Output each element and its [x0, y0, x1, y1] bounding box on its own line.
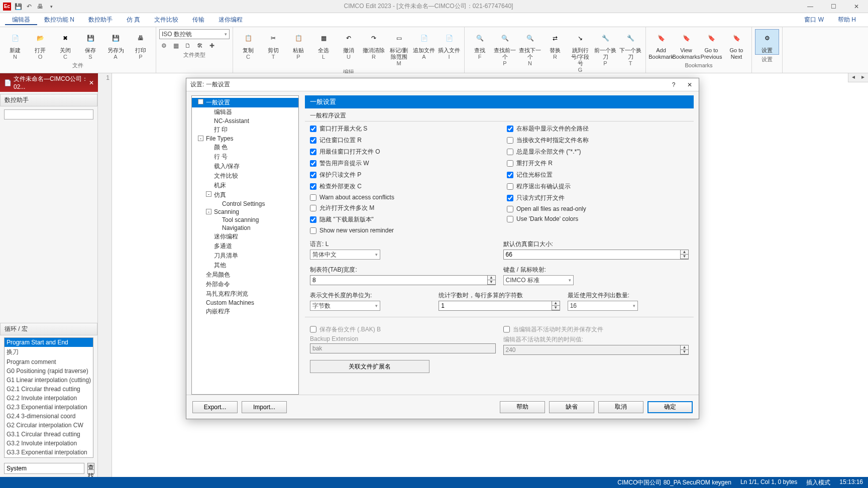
tree-item[interactable]: Navigation	[192, 224, 298, 232]
ribbon-替换[interactable]: ⇄替换R	[543, 29, 567, 74]
tree-item[interactable]: 多通道	[192, 241, 298, 251]
tree-item[interactable]: 刀具清单	[192, 251, 298, 261]
tree-item[interactable]: -File Types	[192, 135, 298, 143]
scroll-right-icon[interactable]: ▸	[858, 73, 869, 82]
more-icon[interactable]: ▾	[47, 3, 55, 11]
tab-input[interactable]	[310, 275, 488, 285]
nc-input[interactable]	[4, 109, 93, 119]
menu-editor[interactable]: 编辑器	[5, 16, 37, 25]
minimize-button[interactable]: —	[799, 0, 822, 13]
list-item[interactable]: G3.2 Involute interpolation	[5, 439, 93, 448]
checkbox[interactable]: 允许打开文件多次 M	[310, 204, 492, 212]
checkbox[interactable]: 总是显示全部文件 ("*.*")	[507, 148, 689, 156]
list-item[interactable]: Program comment	[5, 357, 93, 367]
ribbon-插入文件[interactable]: 📄插入文件I	[437, 29, 461, 67]
ribbon-查找前一个[interactable]: 🔍查找前一个P	[493, 29, 517, 74]
tree-item[interactable]: 颜 色	[192, 143, 298, 152]
wrap-input[interactable]	[439, 301, 552, 311]
assoc-button[interactable]: 关联文件扩展名	[310, 360, 429, 373]
undo-icon[interactable]: ↶	[25, 3, 33, 11]
checkbox[interactable]: Open all files as read-only	[507, 205, 689, 212]
ribbon-跳到行号/字段号[interactable]: ↘跳到行号/字段号G	[568, 29, 592, 74]
ribbon-新建[interactable]: 📄新建N	[3, 29, 27, 61]
menu-compare[interactable]: 文件比较	[147, 16, 185, 24]
ribbon-标记/删除范围[interactable]: ▭标记/删除范围M	[387, 29, 411, 67]
list-item[interactable]: G2 Circular interpolation CW	[5, 421, 93, 430]
menu-assist[interactable]: 数控助手	[81, 16, 120, 24]
ribbon-粘贴[interactable]: 📋粘贴P	[286, 29, 310, 67]
list-item[interactable]: G2.2 Involute interpolation	[5, 394, 93, 403]
list-item[interactable]: G2.3 Exponential interpolation	[5, 403, 93, 412]
document-tab[interactable]: 📄 文件未命名—CIMCO公司：02... ✕	[0, 73, 98, 92]
checkbox[interactable]: 只读方式打开文件	[507, 194, 689, 202]
list-item[interactable]: G3.1 Circular thread cutting	[5, 430, 93, 439]
ribbon-Add Bookmark[interactable]: 🔖Add Bookmark	[649, 29, 673, 61]
list-item[interactable]: G3.4 3-dimensional coord	[5, 457, 93, 458]
list-item[interactable]: G0 Positioning (rapid traverse)	[5, 367, 93, 376]
list-item[interactable]: G3.3 Exponential interpolation	[5, 448, 93, 457]
tree-item[interactable]: Custom Machines	[192, 299, 298, 307]
tree-item[interactable]: 迷你编程	[192, 232, 298, 241]
settings-tree[interactable]: -一般设置编辑器NC-Assistant打 印-File Types颜 色行 号…	[191, 95, 299, 395]
export-button[interactable]: Export...	[192, 401, 238, 413]
import-button[interactable]: Import...	[242, 401, 287, 413]
tree-item[interactable]: 机床	[192, 181, 298, 190]
check-idle[interactable]: 当编辑器不活动时关闭并保存文件	[503, 324, 689, 334]
tree-item[interactable]: -仿真	[192, 190, 298, 200]
tree-item[interactable]: 文件比较	[192, 171, 298, 181]
help-button[interactable]: 帮助	[500, 401, 545, 413]
small-icon-5[interactable]: ✚	[207, 41, 216, 50]
ribbon-打印[interactable]: 🖶打印P	[129, 29, 153, 61]
ribbon-保存[interactable]: 💾保存S	[78, 29, 102, 61]
checkbox[interactable]: 记住光标位置	[507, 171, 689, 179]
checkbox[interactable]: 重打开文件 R	[507, 159, 689, 168]
checkbox[interactable]: 程序退出有确认提示	[507, 182, 689, 191]
ribbon-前一个换刀[interactable]: 🔧前一个换刀P	[593, 29, 617, 74]
checkbox[interactable]: 警告用声音提示 W	[310, 159, 492, 168]
ribbon-设置[interactable]: ⚙设置	[755, 29, 779, 55]
tree-item[interactable]: 内嵌程序	[192, 307, 298, 316]
default-button[interactable]: 缺省	[549, 401, 594, 413]
filetype-combo[interactable]: ISO 数控铣▾	[159, 29, 230, 39]
checkbox[interactable]: Warn about access conflicts	[310, 194, 492, 201]
checkbox[interactable]: 保护只读文件 P	[310, 171, 492, 179]
ok-button[interactable]: 确定	[647, 401, 693, 413]
dialog-close-icon[interactable]: ✕	[685, 81, 695, 88]
tree-item[interactable]: 其他	[192, 261, 298, 270]
menu-sim[interactable]: 仿 真	[120, 16, 147, 24]
checkbox[interactable]: 用最佳窗口打开文件 O	[310, 148, 492, 156]
tree-item[interactable]: 外部命令	[192, 280, 298, 289]
bak-input[interactable]	[310, 343, 496, 353]
list-item[interactable]: G2.1 Circular thread cutting	[5, 385, 93, 394]
tree-item[interactable]: 行 号	[192, 152, 298, 162]
find-button[interactable]: 查找	[87, 463, 94, 474]
check-bak[interactable]: 保存备份文件 (.BAK) B	[310, 324, 496, 334]
ribbon-Go to Next[interactable]: 🔖Go to Next	[724, 29, 748, 61]
ribbon-查找下一个[interactable]: 🔍查找下一个N	[518, 29, 542, 74]
ribbon-剪切[interactable]: ✂剪切T	[261, 29, 285, 67]
tree-item[interactable]: -Scanning	[192, 208, 298, 216]
tree-item[interactable]: 编辑器	[192, 107, 298, 117]
system-input[interactable]	[4, 463, 84, 474]
checkbox[interactable]: 记住窗口位置 R	[310, 136, 492, 145]
small-icon-2[interactable]: ▦	[171, 41, 180, 50]
ribbon-关闭[interactable]: ✖关闭C	[53, 29, 77, 61]
kbd-combo[interactable]: CIMCO 标准▾	[503, 275, 574, 285]
menu-transfer[interactable]: 传输	[185, 16, 211, 24]
scroll-left-icon[interactable]: ◂	[848, 73, 858, 82]
ribbon-查找[interactable]: 🔍查找F	[468, 29, 492, 74]
menu-help[interactable]: 帮助 H	[831, 16, 863, 24]
list-item[interactable]: G1 Linear interpolation (cutting)	[5, 376, 93, 385]
close-button[interactable]: ✕	[845, 0, 868, 13]
tree-item[interactable]: Control Settings	[192, 200, 298, 208]
ribbon-撤消清除[interactable]: ↷撤消清除R	[362, 29, 386, 67]
menu-window[interactable]: 窗口 W	[797, 16, 831, 24]
checkbox[interactable]: Use 'Dark Mode' colors	[507, 215, 689, 222]
menu-mini[interactable]: 迷你编程	[211, 16, 250, 24]
menu-nc[interactable]: 数控功能 N	[37, 16, 81, 24]
list-item[interactable]: 换刀	[5, 347, 93, 357]
ribbon-下一个换刀[interactable]: 🔧下一个换刀T	[618, 29, 642, 74]
ribbon-追加文件[interactable]: 📄追加文件A	[412, 29, 436, 67]
checkbox[interactable]: 在标题中显示文件的全路径	[507, 125, 689, 133]
list-item[interactable]: G2.4 3-dimensional coord	[5, 412, 93, 421]
